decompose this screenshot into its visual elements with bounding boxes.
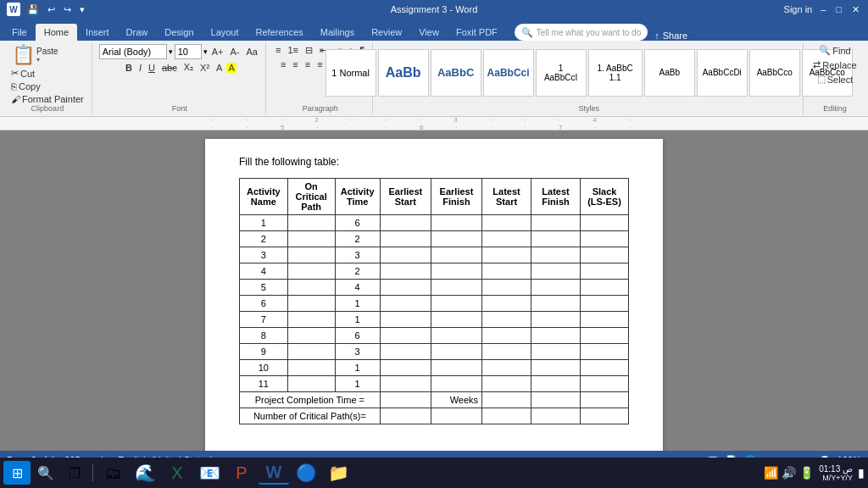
style-list-bullet[interactable]: 1 AaBbCcI — [536, 49, 587, 97]
format-painter-button[interactable]: 🖌 Format Painter — [8, 93, 86, 105]
multilevel-btn[interactable]: ⊟ — [303, 44, 315, 57]
replace-button[interactable]: ⇄ Replace — [810, 58, 859, 71]
cell-ls-8 — [482, 344, 531, 360]
tab-foxit[interactable]: Foxit PDF — [448, 24, 506, 41]
tab-design[interactable]: Design — [156, 24, 202, 41]
style-no-spacing[interactable]: AaBb — [644, 49, 695, 97]
cell-activity-1: 2 — [240, 231, 288, 247]
align-center-btn[interactable]: ≡ — [290, 58, 300, 71]
cell-lf-5 — [531, 296, 581, 312]
font-size-input[interactable] — [175, 44, 202, 59]
decrease-font-btn[interactable]: A- — [228, 46, 242, 58]
cell-slack-9 — [581, 360, 629, 376]
taskbar-explorer[interactable]: 🗂 — [97, 461, 128, 485]
search-icon: 🔍 — [521, 27, 533, 38]
style-heading2[interactable]: AaBbC — [431, 49, 481, 97]
cell-slack-1 — [581, 231, 629, 247]
copy-button[interactable]: ⎘ Copy — [8, 80, 86, 92]
tab-insert[interactable]: Insert — [77, 24, 118, 41]
italic-btn[interactable]: I — [136, 62, 144, 74]
editing-label: Editing — [823, 104, 847, 113]
volume-icon[interactable]: 🔊 — [782, 466, 796, 480]
close-btn[interactable]: ✕ — [852, 4, 860, 15]
paste-button[interactable]: 📋 Paste ▾ — [8, 44, 62, 66]
taskbar-word[interactable]: W — [259, 461, 289, 485]
numbering-btn[interactable]: 1≡ — [285, 44, 301, 57]
cell-activity-5: 6 — [240, 296, 288, 312]
tab-review[interactable]: Review — [363, 24, 410, 41]
superscript-btn[interactable]: X² — [198, 62, 212, 74]
taskbar-powerpoint[interactable]: P — [226, 461, 257, 485]
font-dropdown-icon[interactable]: ▾ — [169, 47, 173, 56]
taskbar-outlook[interactable]: 📧 — [194, 461, 225, 485]
align-left-btn[interactable]: ≡ — [278, 58, 288, 71]
maximize-btn[interactable]: □ — [836, 4, 842, 14]
tab-home[interactable]: Home — [36, 24, 77, 41]
style-heading1[interactable]: AaBb — [378, 49, 429, 97]
completion-weeks: Weeks — [431, 392, 481, 408]
search-box[interactable]: 🔍 Tell me what you want to do — [515, 24, 648, 41]
table-row: 6 1 — [240, 296, 629, 312]
cut-button[interactable]: ✂ Cut — [8, 67, 86, 80]
quick-save[interactable]: 💾 — [27, 4, 39, 15]
taskbar-excel[interactable]: X — [162, 461, 192, 485]
quick-undo[interactable]: ↩ — [47, 4, 55, 15]
style-list-num[interactable]: 1. AaBbC 1.1 — [588, 49, 643, 97]
sign-in-button[interactable]: Sign in — [784, 4, 813, 14]
bullets-btn[interactable]: ≡ — [273, 44, 283, 57]
copy-icon: ⎘ — [11, 81, 17, 92]
tab-file[interactable]: File — [3, 24, 36, 41]
tab-references[interactable]: References — [248, 24, 312, 41]
quick-access-more[interactable]: ▾ — [80, 4, 85, 15]
cell-ef-6 — [431, 312, 481, 328]
cell-slack-0 — [581, 215, 629, 231]
start-button[interactable]: ⊞ — [3, 461, 31, 485]
show-desktop-btn[interactable]: ▮ — [858, 466, 865, 480]
quick-redo[interactable]: ↪ — [64, 4, 71, 15]
tab-draw[interactable]: Draw — [118, 24, 157, 41]
style-normal[interactable]: 1 Normal — [326, 49, 376, 97]
strikethrough-btn[interactable]: abc — [159, 62, 180, 74]
header-earliest-finish: EarliestFinish — [431, 179, 481, 215]
highlight-btn[interactable]: A — [226, 63, 236, 73]
underline-btn[interactable]: U — [146, 62, 158, 74]
minimize-btn[interactable]: – — [821, 4, 826, 14]
font-name-input[interactable] — [99, 44, 167, 59]
tab-layout[interactable]: Layout — [203, 24, 248, 41]
increase-font-btn[interactable]: A+ — [209, 46, 226, 58]
cell-lf-1 — [531, 231, 581, 247]
tab-mailings[interactable]: Mailings — [312, 24, 363, 41]
taskbar-right: 📶 🔊 🔋 01:13 ص M/Y+Y/Y ▮ — [764, 464, 865, 482]
taskbar-edge[interactable]: 🌊 — [130, 461, 160, 485]
font-color-btn[interactable]: A — [214, 62, 225, 74]
network-icon[interactable]: 📶 — [764, 466, 778, 480]
change-case-btn[interactable]: Aa — [244, 46, 260, 58]
bold-btn[interactable]: B — [123, 62, 135, 74]
align-right-btn[interactable]: ≡ — [303, 58, 313, 71]
schedule-table: ActivityName OnCriticalPath ActivityTime… — [239, 178, 629, 424]
cut-icon: ✂ — [11, 68, 19, 79]
cell-ls-0 — [482, 215, 531, 231]
select-button[interactable]: ⬚ Select — [815, 73, 856, 86]
battery-icon[interactable]: 🔋 — [799, 466, 814, 480]
justify-btn[interactable]: ≡ — [314, 58, 325, 71]
clock[interactable]: 01:13 ص M/Y+Y/Y — [819, 464, 853, 482]
taskbar-chrome[interactable]: 🔵 — [291, 461, 321, 485]
cell-ef-0 — [431, 215, 481, 231]
find-button[interactable]: 🔍 Find — [816, 44, 853, 57]
task-view-btn[interactable]: ❐ — [61, 461, 88, 485]
ruler: · 5 · · · 4 · · · 3 · · · 2 · · · 1 · · … — [0, 117, 868, 130]
style-table-text[interactable]: AaBbCco — [749, 49, 800, 97]
completion-slack — [581, 392, 629, 408]
cell-activity-0: 1 — [240, 215, 288, 231]
style-quote[interactable]: AaBbCcDi — [697, 49, 748, 97]
taskbar-extra[interactable]: 📁 — [323, 461, 353, 485]
style-heading3[interactable]: AaBbCci — [483, 49, 534, 97]
search-taskbar[interactable]: 🔍 — [32, 461, 59, 485]
tab-view[interactable]: View — [410, 24, 448, 41]
subscript-btn[interactable]: X₂ — [181, 61, 196, 74]
font-size-dropdown-icon[interactable]: ▾ — [203, 47, 208, 56]
share-button[interactable]: ↑ Share — [654, 30, 687, 41]
word-app-icon: W — [7, 3, 20, 16]
cell-time-0: 6 — [335, 215, 380, 231]
